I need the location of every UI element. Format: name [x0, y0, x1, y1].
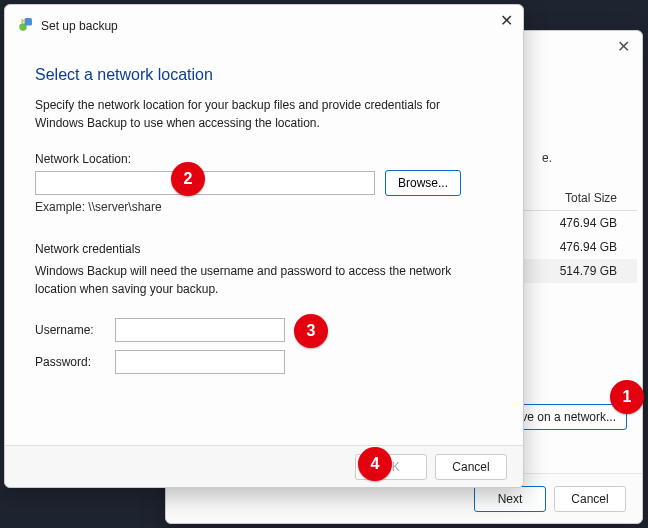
password-label: Password: [35, 355, 105, 369]
network-location-dialog: Set up backup ✕ Select a network locatio… [4, 4, 524, 488]
annotation-badge-2: 2 [171, 162, 205, 196]
title-bar: Set up backup ✕ [5, 5, 523, 40]
content-area: Select a network location Specify the ne… [5, 40, 523, 374]
dialog-footer: OK Cancel [5, 445, 523, 487]
credentials-description: Windows Backup will need the username an… [35, 262, 485, 298]
annotation-badge-3: 3 [294, 314, 328, 348]
truncated-text: e. [542, 151, 552, 165]
svg-rect-1 [25, 18, 33, 26]
close-icon[interactable]: ✕ [617, 37, 630, 56]
password-input[interactable] [115, 350, 285, 374]
network-location-input[interactable] [35, 171, 375, 195]
annotation-badge-4: 4 [358, 447, 392, 481]
cancel-button[interactable]: Cancel [435, 454, 507, 480]
page-description: Specify the network location for your ba… [35, 96, 475, 132]
setup-backup-icon [17, 15, 35, 36]
username-label: Username: [35, 323, 105, 337]
window-title: Set up backup [41, 19, 118, 33]
browse-button[interactable]: Browse... [385, 170, 461, 196]
cancel-button[interactable]: Cancel [554, 486, 626, 512]
next-button[interactable]: Next [474, 486, 546, 512]
credentials-heading: Network credentials [35, 242, 497, 256]
close-icon[interactable]: ✕ [500, 11, 513, 30]
page-heading: Select a network location [35, 66, 497, 84]
username-input[interactable] [115, 318, 285, 342]
network-location-label: Network Location: [35, 152, 497, 166]
annotation-badge-1: 1 [610, 380, 644, 414]
example-text: Example: \\server\share [35, 200, 497, 214]
